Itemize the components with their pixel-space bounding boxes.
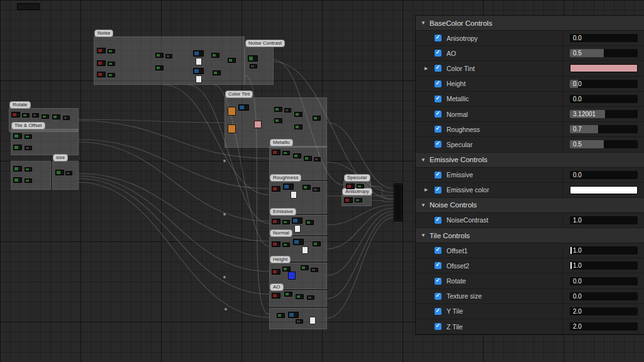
comment-label[interactable]: Height — [270, 256, 291, 263]
graph-node[interactable] — [213, 70, 221, 75]
graph-node[interactable] — [228, 124, 236, 133]
comment-label[interactable]: Normal — [270, 229, 292, 237]
graph-node[interactable] — [13, 166, 22, 172]
graph-node[interactable] — [238, 104, 249, 111]
graph-node[interactable] — [22, 113, 30, 118]
graph-node[interactable] — [296, 319, 303, 324]
parameter-value-field[interactable]: 0.0 — [570, 171, 638, 179]
parameter-checkbox[interactable] — [435, 65, 441, 72]
parameter-value-field[interactable]: 1.0 — [570, 246, 638, 255]
graph-node[interactable] — [294, 124, 303, 129]
comment-label[interactable]: Metallic — [270, 139, 293, 146]
graph-node[interactable] — [309, 317, 316, 324]
graph-node[interactable] — [344, 197, 353, 203]
parameter-checkbox[interactable] — [435, 141, 441, 148]
graph-node[interactable] — [13, 145, 22, 150]
parameter-value-field[interactable]: 0.0 — [570, 292, 638, 300]
graph-node[interactable] — [284, 292, 292, 297]
parameter-value-field[interactable]: 0.5 — [570, 140, 638, 148]
reroute-node[interactable] — [223, 276, 226, 278]
graph-node[interactable] — [108, 73, 115, 77]
comment-label[interactable]: Noise Contrast — [245, 40, 285, 47]
reroute-node[interactable] — [225, 308, 227, 310]
comment-label[interactable]: Specular — [344, 174, 370, 182]
graph-node[interactable] — [272, 293, 280, 299]
graph-node[interactable] — [193, 50, 204, 57]
parameter-checkbox[interactable] — [435, 247, 441, 254]
graph-node[interactable] — [25, 134, 32, 139]
graph-node[interactable] — [97, 60, 106, 66]
parameter-checkbox[interactable] — [435, 172, 441, 178]
graph-node[interactable] — [288, 312, 299, 318]
graph-node[interactable] — [304, 156, 312, 161]
graph-node[interactable] — [42, 114, 49, 119]
graph-node[interactable] — [13, 177, 22, 183]
graph-node[interactable] — [313, 187, 320, 192]
graph-node[interactable] — [307, 295, 314, 300]
graph-node[interactable] — [228, 107, 236, 116]
section-header-basecolor-controls[interactable]: ▼ BaseColor Controls — [416, 16, 644, 31]
section-header-noise-controls[interactable]: ▼ Noise Controls — [416, 198, 644, 213]
parameter-value-field[interactable]: 3.12001 — [570, 110, 638, 118]
comment-box-noise[interactable]: Noise — [94, 36, 245, 85]
graph-node[interactable] — [228, 58, 236, 63]
graph-node[interactable] — [55, 170, 64, 175]
graph-node[interactable] — [293, 153, 301, 158]
comment-label[interactable]: Tile & Offset — [11, 122, 45, 129]
reroute-node[interactable] — [223, 160, 226, 162]
graph-node[interactable] — [272, 241, 280, 247]
section-header-emissive-controls[interactable]: ▼ Emissive Controls — [416, 153, 644, 168]
parameter-value-field[interactable]: 0.0 — [570, 95, 638, 103]
graph-node[interactable] — [196, 75, 202, 83]
graph-node[interactable] — [17, 3, 40, 10]
comment-label[interactable]: Color Tint — [225, 90, 253, 98]
graph-node[interactable] — [272, 269, 280, 275]
comment-box-noise-contrast[interactable]: Noise Contrast — [245, 47, 274, 85]
color-swatch-emissive-color[interactable] — [570, 186, 638, 194]
graph-node[interactable] — [313, 116, 321, 121]
graph-node[interactable] — [283, 184, 294, 190]
graph-node[interactable] — [282, 151, 290, 155]
parameter-checkbox[interactable] — [435, 323, 441, 330]
graph-node[interactable] — [155, 53, 164, 58]
graph-node[interactable] — [277, 313, 285, 318]
graph-node[interactable] — [65, 171, 72, 175]
graph-node[interactable] — [296, 294, 304, 299]
graph-node[interactable] — [284, 108, 291, 112]
comment-label[interactable]: Roughness — [270, 174, 301, 182]
parameter-checkbox[interactable] — [435, 187, 441, 194]
graph-node[interactable] — [97, 48, 106, 53]
graph-node[interactable] — [108, 49, 115, 53]
graph-node[interactable] — [248, 55, 258, 62]
comment-label[interactable]: size — [53, 154, 68, 162]
parameter-checkbox[interactable] — [435, 126, 441, 133]
graph-node[interactable] — [274, 118, 282, 123]
graph-node[interactable] — [272, 219, 280, 224]
parameter-checkbox[interactable] — [435, 262, 441, 269]
graph-node[interactable] — [301, 265, 309, 270]
comment-box-size[interactable]: size — [52, 161, 79, 190]
graph-node[interactable] — [282, 243, 290, 247]
material-output-node[interactable] — [394, 184, 402, 221]
graph-node[interactable] — [291, 191, 297, 199]
parameter-value-field[interactable]: 1.0 — [570, 216, 638, 224]
collapse-arrow-icon[interactable]: ▼ — [421, 157, 426, 163]
graph-node[interactable] — [63, 116, 70, 120]
graph-node[interactable] — [272, 150, 280, 155]
parameter-checkbox[interactable] — [435, 96, 441, 102]
collapse-arrow-icon[interactable]: ▼ — [421, 233, 426, 238]
parameter-checkbox[interactable] — [435, 111, 441, 118]
graph-node[interactable] — [165, 54, 172, 58]
graph-node[interactable] — [196, 58, 202, 65]
graph-node[interactable] — [313, 241, 321, 246]
comment-label[interactable]: Emissive — [270, 208, 296, 216]
graph-node[interactable] — [25, 167, 32, 172]
parameter-value-field[interactable]: 2.0 — [570, 322, 638, 331]
graph-node[interactable] — [254, 121, 262, 128]
graph-node[interactable] — [52, 114, 60, 119]
graph-node[interactable] — [294, 225, 301, 233]
graph-node[interactable] — [211, 53, 219, 58]
comment-label[interactable]: Noise — [94, 30, 113, 37]
parameter-checkbox[interactable] — [435, 293, 441, 300]
parameter-value-field[interactable]: 1.0 — [570, 261, 638, 270]
